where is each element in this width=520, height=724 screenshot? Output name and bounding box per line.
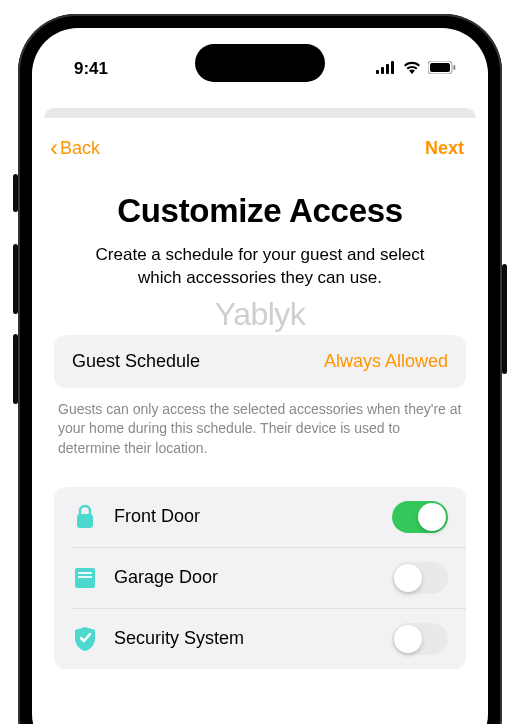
wifi-icon [403,59,421,79]
status-indicators [376,59,456,79]
accessory-label: Security System [114,628,376,649]
toggle-knob [394,625,422,653]
svg-rect-0 [376,70,379,74]
sheet-backdrop [44,108,476,118]
back-button[interactable]: ‹ Back [50,136,100,160]
next-button[interactable]: Next [425,138,464,159]
chevron-left-icon: ‹ [50,136,58,160]
security-system-toggle[interactable] [392,623,448,655]
svg-rect-9 [78,572,92,574]
svg-rect-5 [430,63,450,72]
side-button [502,264,507,374]
accessory-row-garage-door: Garage Door [72,548,466,609]
schedule-help-text: Guests can only access the selected acce… [58,400,462,459]
cellular-icon [376,59,396,79]
side-button [13,244,18,314]
lock-icon [72,504,98,530]
side-button [13,174,18,212]
back-label: Back [60,138,100,159]
dynamic-island [195,44,325,82]
battery-icon [428,59,456,79]
side-button [13,334,18,404]
garage-door-toggle[interactable] [392,562,448,594]
svg-rect-6 [454,65,456,70]
watermark: Yablyk [36,296,484,333]
garage-icon [72,565,98,591]
shield-icon [72,626,98,652]
status-time: 9:41 [74,59,108,79]
page-title: Customize Access [36,192,484,230]
accessory-list: Front Door Garage Door [54,487,466,669]
svg-rect-1 [381,67,384,74]
accessory-row-front-door: Front Door [72,487,466,548]
accessory-row-security-system: Security System [72,609,466,669]
accessory-label: Front Door [114,506,376,527]
svg-rect-2 [386,64,389,74]
svg-rect-10 [78,576,92,578]
schedule-value: Always Allowed [324,351,448,372]
phone-frame: 9:41 [18,14,502,724]
svg-rect-3 [391,61,394,74]
nav-bar: ‹ Back Next [36,118,484,172]
toggle-knob [418,503,446,531]
screen: 9:41 [32,28,488,724]
schedule-label: Guest Schedule [72,351,200,372]
guest-schedule-row[interactable]: Guest Schedule Always Allowed [54,335,466,388]
front-door-toggle[interactable] [392,501,448,533]
svg-rect-7 [77,514,93,528]
page-subtitle: Create a schedule for your guest and sel… [72,244,448,290]
accessory-label: Garage Door [114,567,376,588]
modal-sheet: ‹ Back Next Customize Access Create a sc… [36,118,484,724]
toggle-knob [394,564,422,592]
